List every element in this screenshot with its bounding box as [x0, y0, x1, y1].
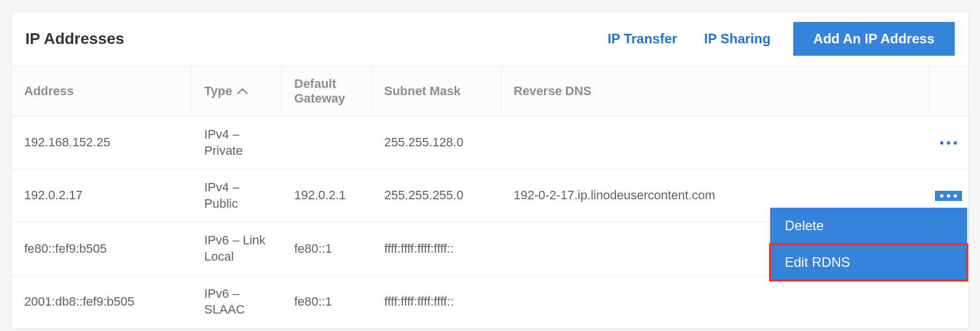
row-actions-button[interactable]: [935, 138, 962, 148]
add-ip-button[interactable]: Add An IP Address: [793, 22, 955, 56]
col-header-address-label: Address: [24, 84, 74, 99]
col-header-subnet-label: Subnet Mask: [384, 84, 461, 99]
cell-gateway: 192.0.2.1: [282, 177, 372, 214]
cell-gateway: fe80::1: [282, 284, 372, 320]
table-row: 192.0.2.17 IPv4 – Public 192.0.2.1 255.2…: [12, 169, 968, 222]
row-actions-button[interactable]: [935, 191, 962, 201]
sort-asc-icon: [237, 88, 248, 95]
col-header-gateway[interactable]: Default Gateway: [282, 66, 372, 116]
cell-type: IPv4 – Private: [192, 117, 282, 169]
cell-rdns: [501, 292, 929, 312]
col-header-type-label: Type: [204, 84, 232, 99]
panel-title: IP Addresses: [25, 30, 608, 48]
cell-gateway: [282, 133, 372, 153]
ip-sharing-link[interactable]: IP Sharing: [704, 31, 771, 47]
cell-subnet: 255.255.255.0: [372, 177, 501, 214]
cell-address: 192.168.152.25: [12, 124, 192, 161]
col-header-actions: [929, 66, 968, 116]
cell-subnet: ffff:ffff:ffff:ffff::: [372, 284, 501, 320]
cell-subnet: 255.255.128.0: [372, 124, 501, 161]
row-actions-menu: Delete Edit RDNS: [770, 208, 967, 280]
col-header-rdns-label: Reverse DNS: [514, 84, 591, 99]
ip-addresses-panel: IP Addresses IP Transfer IP Sharing Add …: [11, 11, 969, 329]
cell-type: IPv6 – SLAAC: [192, 276, 282, 328]
cell-address: fe80::fef9:b505: [12, 231, 192, 267]
panel-header: IP Addresses IP Transfer IP Sharing Add …: [12, 12, 968, 66]
table-header-row: Address Type Default Gateway Subnet Mask…: [12, 66, 968, 117]
table-row: 192.168.152.25 IPv4 – Private 255.255.12…: [12, 117, 968, 169]
cell-subnet: ffff:ffff:ffff:ffff::: [372, 231, 501, 267]
menu-item-edit-rdns[interactable]: Edit RDNS: [770, 244, 967, 280]
col-header-type[interactable]: Type: [192, 66, 282, 116]
header-links: IP Transfer IP Sharing: [608, 31, 771, 47]
cell-type: IPv4 – Public: [192, 169, 282, 222]
cell-type: IPv6 – Link Local: [192, 222, 282, 275]
col-header-address[interactable]: Address: [12, 66, 192, 116]
menu-item-delete[interactable]: Delete: [770, 208, 967, 244]
col-header-rdns[interactable]: Reverse DNS: [501, 66, 929, 116]
col-header-gateway-label: Default Gateway: [294, 77, 359, 106]
cell-address: 2001:db8::fef9:b505: [12, 284, 192, 320]
table-row: 2001:db8::fef9:b505 IPv6 – SLAAC fe80::1…: [12, 276, 968, 328]
cell-gateway: fe80::1: [282, 231, 372, 267]
ip-transfer-link[interactable]: IP Transfer: [608, 31, 677, 47]
cell-rdns: [501, 133, 929, 153]
cell-address: 192.0.2.17: [12, 177, 192, 214]
col-header-subnet[interactable]: Subnet Mask: [372, 66, 501, 116]
